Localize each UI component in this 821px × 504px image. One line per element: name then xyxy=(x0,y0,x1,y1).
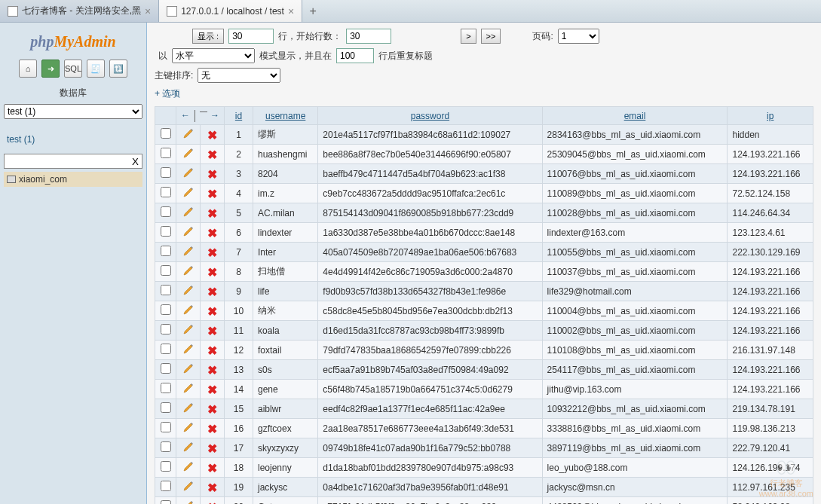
edit-icon[interactable] xyxy=(182,186,195,198)
row-checkbox[interactable] xyxy=(161,363,171,374)
sql-icon[interactable]: SQL xyxy=(64,60,82,78)
col-username[interactable]: username xyxy=(253,107,318,125)
delete-icon[interactable]: ✖ xyxy=(207,187,219,199)
delete-icon[interactable]: ✖ xyxy=(207,402,219,414)
cell-id: 8 xyxy=(225,262,253,282)
exit-icon[interactable]: ➜ xyxy=(41,60,60,78)
cell-email: 110108@bbs_ml_as_uid.xiaomi.com xyxy=(542,341,728,360)
delete-icon[interactable]: ✖ xyxy=(207,461,219,473)
arrow-right-icon[interactable]: → xyxy=(210,110,219,122)
page-select[interactable]: 1 xyxy=(558,29,599,44)
edit-icon[interactable] xyxy=(182,402,195,414)
edit-icon[interactable] xyxy=(182,147,195,159)
repeat-input[interactable] xyxy=(336,48,374,63)
sidebar-search-input[interactable] xyxy=(4,154,142,169)
pk-sort-select[interactable]: 无 xyxy=(198,68,280,83)
edit-icon[interactable] xyxy=(182,499,195,504)
docs-icon[interactable]: 🧾 xyxy=(87,60,105,78)
table-row: ✖9lifef9d0b93c57fd38b133d654327f8b43e1:f… xyxy=(155,282,813,301)
row-checkbox[interactable] xyxy=(161,167,171,178)
row-checkbox[interactable] xyxy=(161,226,171,237)
edit-icon[interactable] xyxy=(182,441,195,453)
cell-ip: 124.193.221.166 xyxy=(728,360,813,380)
delete-icon[interactable]: ✖ xyxy=(207,246,219,258)
nav-last-button[interactable]: >> xyxy=(481,29,501,44)
table-row: ✖8扫地僧4e4d49914f42e6c86c719059a3d6c000:2a… xyxy=(155,262,813,282)
row-checkbox[interactable] xyxy=(161,500,171,504)
edit-icon[interactable] xyxy=(182,362,195,374)
col-password[interactable]: password xyxy=(318,107,542,125)
delete-icon[interactable]: ✖ xyxy=(207,148,219,160)
options-link[interactable]: + 选项 xyxy=(155,87,180,100)
row-checkbox[interactable] xyxy=(161,206,171,217)
edit-icon[interactable] xyxy=(182,460,195,472)
delete-icon[interactable]: ✖ xyxy=(207,422,219,434)
delete-icon[interactable]: ✖ xyxy=(207,304,219,316)
row-checkbox[interactable] xyxy=(161,383,171,393)
delete-icon[interactable]: ✖ xyxy=(207,265,219,277)
delete-icon[interactable]: ✖ xyxy=(207,226,219,238)
edit-icon[interactable] xyxy=(182,382,195,394)
row-checkbox[interactable] xyxy=(161,304,171,315)
row-checkbox[interactable] xyxy=(161,481,171,491)
col-email[interactable]: email xyxy=(542,107,728,125)
row-checkbox[interactable] xyxy=(161,344,171,354)
cell-id: 5 xyxy=(225,203,253,223)
delete-icon[interactable]: ✖ xyxy=(207,344,219,356)
database-select[interactable]: test (1) xyxy=(4,104,142,119)
edit-icon[interactable] xyxy=(182,343,195,355)
edit-icon[interactable] xyxy=(182,304,195,316)
show-button[interactable]: 显示 : xyxy=(192,29,224,44)
close-icon[interactable]: × xyxy=(145,5,151,17)
row-checkbox[interactable] xyxy=(161,461,171,472)
rows-input[interactable] xyxy=(228,29,274,44)
edit-icon[interactable] xyxy=(182,127,195,139)
delete-icon[interactable]: ✖ xyxy=(207,441,219,454)
row-checkbox[interactable] xyxy=(161,422,171,432)
edit-icon[interactable] xyxy=(182,421,195,433)
delete-icon[interactable]: ✖ xyxy=(207,206,219,218)
delete-icon[interactable]: ✖ xyxy=(207,285,219,297)
add-tab-button[interactable]: + xyxy=(302,0,323,22)
row-checkbox[interactable] xyxy=(161,128,171,139)
table-row: ✖1缪斯201e4a5117cf97f1ba83984c68a611d2:109… xyxy=(155,125,813,145)
col-ip[interactable]: ip xyxy=(728,107,813,125)
table-tree-item[interactable]: xiaomi_com xyxy=(4,172,142,187)
edit-icon[interactable] xyxy=(182,480,195,492)
row-checkbox[interactable] xyxy=(161,246,171,256)
row-checkbox[interactable] xyxy=(161,441,171,452)
row-checkbox[interactable] xyxy=(161,148,171,158)
browser-tab-active[interactable]: 127.0.0.1 / localhost / test × xyxy=(159,0,302,22)
row-checkbox[interactable] xyxy=(161,187,171,197)
delete-icon[interactable]: ✖ xyxy=(207,500,219,505)
edit-icon[interactable] xyxy=(182,166,195,179)
cell-email: 25309045@bbs_ml_as_uid.xiaomi.com xyxy=(542,145,728,164)
delete-icon[interactable]: ✖ xyxy=(207,383,219,395)
mode-select[interactable]: 水平 xyxy=(172,48,255,63)
row-checkbox[interactable] xyxy=(161,265,171,276)
col-id[interactable]: id xyxy=(225,107,253,125)
edit-icon[interactable] xyxy=(182,284,195,296)
reload-icon[interactable]: 🔃 xyxy=(109,60,127,78)
row-checkbox[interactable] xyxy=(161,324,171,334)
edit-icon[interactable] xyxy=(182,323,195,335)
close-icon[interactable]: × xyxy=(288,5,294,17)
start-row-input[interactable] xyxy=(346,29,391,44)
edit-icon[interactable] xyxy=(182,245,195,257)
browser-tab-inactive[interactable]: 七行者博客 - 关注网络安全,黑 × xyxy=(0,0,159,22)
nav-next-button[interactable]: > xyxy=(461,29,476,44)
edit-icon[interactable] xyxy=(182,264,195,276)
edit-icon[interactable] xyxy=(182,225,195,237)
database-link[interactable]: test (1) xyxy=(7,134,139,145)
delete-icon[interactable]: ✖ xyxy=(207,363,219,375)
arrow-left-icon[interactable]: ← xyxy=(181,110,190,122)
row-checkbox[interactable] xyxy=(161,402,171,413)
cell-ip: 58.240.163.98 xyxy=(728,497,813,505)
delete-icon[interactable]: ✖ xyxy=(207,324,219,336)
delete-icon[interactable]: ✖ xyxy=(207,481,219,493)
delete-icon[interactable]: ✖ xyxy=(207,167,219,179)
delete-icon[interactable]: ✖ xyxy=(207,128,219,140)
row-checkbox[interactable] xyxy=(161,285,171,295)
home-icon[interactable]: ⌂ xyxy=(19,60,37,78)
edit-icon[interactable] xyxy=(182,206,195,218)
